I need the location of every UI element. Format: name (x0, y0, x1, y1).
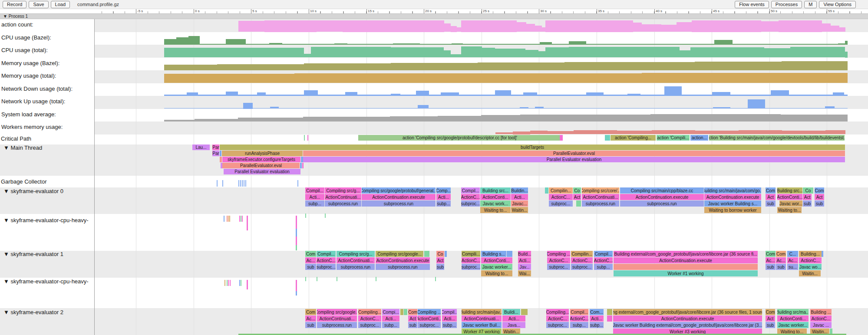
trace-span-garbage-collector[interactable] (240, 180, 241, 187)
trace-span-skyframe-evaluator-0[interactable]: Acti... (305, 194, 324, 200)
trace-span-skyframe-evaluator-0[interactable]: ActionC... (549, 194, 573, 200)
trace-span-skyframe-evaluator-2[interactable]: sub (408, 322, 417, 328)
trace-span-skyframe-evaluator-cpu-heavy-1[interactable] (229, 216, 230, 222)
trace-span-skyframe-evaluator-0[interactable]: ActionConti... (480, 194, 511, 200)
trace-span-skyframe-evaluator-2[interactable]: subp... (570, 322, 588, 328)
trace-span-skyframe-evaluator-1[interactable] (305, 277, 306, 281)
trace-span-skyframe-evaluator-1[interactable]: subprocess.run (376, 264, 430, 270)
trace-span-skyframe-evaluator-1[interactable] (317, 277, 317, 281)
trace-span-skyframe-evaluator-2[interactable]: ActionC... (358, 315, 381, 322)
trace-span-skyframe-evaluator-2[interactable]: subprocess.run (317, 322, 357, 328)
trace-span-skyframe-evaluator-1[interactable] (822, 251, 823, 257)
trace-span-skyframe-evaluator-1[interactable] (507, 251, 512, 257)
trace-span-main-thread[interactable]: Par (212, 151, 219, 156)
thread-label[interactable]: ▼ skyframe-evaluator 2 (3, 309, 63, 315)
trace-span-skyframe-evaluator-0[interactable]: Building src... (777, 187, 802, 194)
metrics-button[interactable]: M (804, 1, 817, 8)
trace-span-skyframe-evaluator-cpu-heavy-2[interactable] (228, 280, 229, 286)
trace-span-skyframe-evaluator-1[interactable]: Build... (518, 251, 531, 257)
record-button[interactable]: Record (3, 1, 26, 8)
trace-span-skyframe-evaluator-cpu-heavy-1[interactable] (242, 216, 243, 222)
trace-span-skyframe-evaluator-0[interactable]: Javac work... (480, 200, 511, 207)
trace-span-skyframe-evaluator-1[interactable]: ActionC... (462, 257, 480, 263)
trace-span-skyframe-evaluator-cpu-heavy-1[interactable] (296, 229, 297, 236)
trace-span-skyframe-evaluator-0[interactable]: Compilin... (549, 187, 573, 194)
trace-span-skyframe-evaluator-1[interactable] (376, 277, 376, 281)
trace-span-skyframe-evaluator-2[interactable]: Buildi... (502, 309, 520, 315)
trace-span-skyframe-evaluator-0[interactable]: ActionC... (461, 194, 480, 200)
timeline-canvas[interactable]: action count:CPU usage (Bazel):CPU usage… (0, 0, 868, 335)
trace-span-skyframe-evaluator-2[interactable]: Compil... (570, 309, 588, 315)
trace-span-skyframe-evaluator-0[interactable]: ActionContinuati... (325, 194, 361, 200)
trace-span-skyframe-evaluator-1[interactable]: ActionC... (547, 257, 570, 263)
trace-span-skyframe-evaluator-1[interactable]: Compiling src/google... (376, 251, 423, 257)
trace-span-main-thread[interactable]: Par (212, 145, 219, 150)
trace-span-skyframe-evaluator-1[interactable]: C... (787, 251, 798, 257)
trace-span-skyframe-evaluator-2[interactable]: Building src/main/jav... (462, 309, 502, 315)
trace-span-skyframe-evaluator-0[interactable]: Acti... (511, 194, 528, 200)
trace-span-skyframe-evaluator-0[interactable]: Compiling src/google/protobuf/generat... (362, 187, 436, 194)
trace-span-skyframe-evaluator-1[interactable]: Building external/com_google_protobuf/ja… (614, 251, 758, 257)
trace-span-skyframe-evaluator-2[interactable]: ActionC... (810, 315, 832, 322)
trace-span-skyframe-evaluator-1[interactable]: ActionConti... (481, 257, 512, 263)
trace-span-skyframe-evaluator-2[interactable]: Ac... (305, 315, 316, 322)
trace-span-skyframe-evaluator-2[interactable]: subproc... (418, 322, 441, 328)
trace-span-skyframe-evaluator-1[interactable]: ActionContinuation.execute (614, 257, 758, 263)
trace-span-main-thread[interactable] (300, 163, 302, 168)
trace-span-skyframe-evaluator-0[interactable]: Acti... (436, 194, 451, 200)
trace-span-skyframe-evaluator-0[interactable]: Building src... (480, 187, 511, 194)
timeline-ruler[interactable]: -5 s0 s5 s10 s15 s20 s25 s30 s35 s40 s45… (0, 9, 868, 13)
trace-span-skyframe-evaluator-0[interactable]: subp... (305, 200, 324, 207)
trace-span-skyframe-evaluator-1[interactable]: ActionContinuation.execute (376, 257, 430, 263)
trace-span-skyframe-evaluator-1[interactable]: Waitin... (799, 270, 821, 276)
trace-span-skyframe-evaluator-0[interactable] (305, 213, 306, 218)
trace-span-skyframe-evaluator-1[interactable]: Javac wo... (799, 264, 822, 270)
trace-span-skyframe-evaluator-0[interactable]: sub (803, 200, 812, 207)
trace-span-skyframe-evaluator-2[interactable]: Acti... (442, 315, 457, 322)
trace-span-critical-path[interactable]: action 'Compiling... (611, 135, 656, 141)
trace-span-skyframe-evaluator-2[interactable]: Compi... (382, 309, 399, 315)
trace-span-skyframe-evaluator-0[interactable]: Javac... (511, 200, 528, 207)
trace-span-skyframe-evaluator-0[interactable]: sub (766, 200, 776, 207)
trace-span-skyframe-evaluator-0[interactable]: Com (815, 187, 824, 194)
trace-span-skyframe-evaluator-2[interactable]: sub (305, 322, 316, 328)
trace-span-skyframe-evaluator-2[interactable]: Building ... (810, 309, 832, 315)
trace-span-skyframe-evaluator-0[interactable]: Javac wor... (779, 200, 802, 207)
trace-span-skyframe-evaluator-1[interactable]: Javac worker... (481, 264, 512, 270)
trace-span-skyframe-evaluator-2[interactable] (400, 309, 403, 315)
trace-span-skyframe-evaluator-cpu-heavy-1[interactable] (228, 216, 229, 222)
trace-span-skyframe-evaluator-2[interactable]: ActionContinuation.execute (613, 315, 762, 322)
trace-span-skyframe-evaluator-2[interactable]: ActionC... (546, 315, 569, 322)
trace-span-skyframe-evaluator-2[interactable]: subproc... (546, 322, 569, 328)
trace-span-skyframe-evaluator-2[interactable]: ActionConti... (777, 315, 809, 322)
trace-span-skyframe-evaluator-2[interactable]: Building external/com_google_protobuf/ja… (613, 309, 762, 315)
trace-span-skyframe-evaluator-2[interactable]: ActionConti... (418, 315, 441, 322)
trace-span-skyframe-evaluator-1[interactable]: su... (787, 264, 798, 270)
trace-span-skyframe-evaluator-0[interactable]: ActionContinuation.execute (620, 194, 704, 200)
trace-span-skyframe-evaluator-2[interactable]: Acti... (382, 315, 399, 322)
trace-span-skyframe-evaluator-2[interactable]: Act (408, 315, 417, 322)
trace-span-skyframe-evaluator-cpu-heavy-2[interactable] (224, 280, 225, 286)
thread-label[interactable]: ▼ skyframe-evaluator 0 (3, 188, 63, 194)
trace-span-main-thread[interactable] (220, 157, 222, 162)
trace-span-skyframe-evaluator-1[interactable]: Acti... (518, 257, 531, 263)
trace-span-main-thread[interactable] (302, 163, 304, 168)
trace-span-skyframe-evaluator-0[interactable]: subprocess.run (582, 200, 619, 207)
trace-span-skyframe-evaluator-0[interactable]: subprocess.run (362, 200, 436, 207)
trace-span-garbage-collector[interactable] (245, 180, 246, 187)
trace-span-critical-path[interactable]: action... (690, 135, 708, 141)
trace-span-garbage-collector[interactable] (217, 180, 218, 187)
trace-span-skyframe-evaluator-0[interactable]: Co (803, 187, 813, 194)
thread-label[interactable]: ▼ skyframe-evaluator 1 (3, 251, 63, 257)
trace-span-skyframe-evaluator-1[interactable]: Compiling ... (547, 251, 570, 257)
trace-span-skyframe-evaluator-cpu-heavy-1[interactable] (296, 216, 297, 229)
trace-span-skyframe-evaluator-2[interactable]: Javac worker Building external/com_googl… (613, 322, 762, 328)
trace-span-skyframe-evaluator-2[interactable]: Compiling... (358, 309, 381, 315)
trace-span-skyframe-evaluator-0[interactable]: sub (815, 200, 824, 207)
trace-span-skyframe-evaluator-1[interactable]: Building s... (481, 251, 506, 257)
trace-span-skyframe-evaluator-1[interactable] (445, 251, 447, 257)
trace-span-main-thread[interactable]: Parallel Evaluator evaluation (224, 169, 300, 174)
trace-span-skyframe-evaluator-2[interactable]: Com (766, 309, 775, 315)
trace-span-skyframe-evaluator-2[interactable]: Building src/ma... (777, 309, 809, 315)
trace-span-skyframe-evaluator-cpu-heavy-1[interactable] (296, 245, 297, 250)
